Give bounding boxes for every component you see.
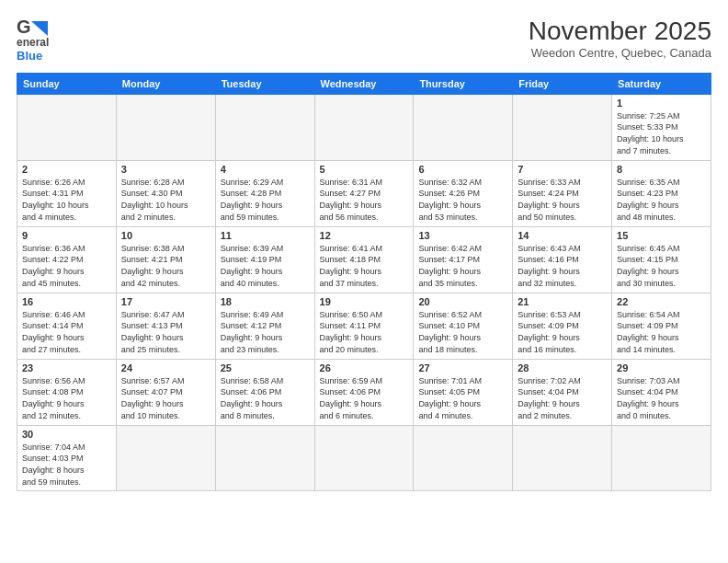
logo: G eneral Blue <box>17 17 49 63</box>
calendar-week-4: 16Sunrise: 6:46 AM Sunset: 4:14 PM Dayli… <box>17 293 711 359</box>
col-wednesday: Wednesday <box>314 73 414 94</box>
day-info: Sunrise: 6:31 AM Sunset: 4:27 PM Dayligh… <box>320 177 409 223</box>
day-number: 4 <box>221 164 310 175</box>
day-info: Sunrise: 6:53 AM Sunset: 4:09 PM Dayligh… <box>518 309 607 355</box>
day-number: 9 <box>22 230 111 241</box>
col-saturday: Saturday <box>612 73 711 94</box>
table-cell: 27Sunrise: 7:01 AM Sunset: 4:05 PM Dayli… <box>414 359 513 425</box>
table-cell <box>17 94 117 160</box>
day-info: Sunrise: 6:45 AM Sunset: 4:15 PM Dayligh… <box>617 243 706 289</box>
day-number: 30 <box>22 429 111 440</box>
day-number: 17 <box>121 296 210 307</box>
table-cell <box>116 425 215 490</box>
logo-g: G <box>17 17 31 38</box>
day-number: 24 <box>121 362 210 373</box>
table-cell <box>215 425 314 490</box>
day-number: 6 <box>418 164 507 175</box>
day-info: Sunrise: 6:46 AM Sunset: 4:14 PM Dayligh… <box>22 309 111 355</box>
day-info: Sunrise: 6:49 AM Sunset: 4:12 PM Dayligh… <box>221 309 310 355</box>
table-cell: 24Sunrise: 6:57 AM Sunset: 4:07 PM Dayli… <box>116 359 215 425</box>
day-info: Sunrise: 6:39 AM Sunset: 4:19 PM Dayligh… <box>221 243 310 289</box>
logo-general-text: eneral <box>17 37 49 50</box>
table-cell: 17Sunrise: 6:47 AM Sunset: 4:13 PM Dayli… <box>116 293 215 359</box>
day-info: Sunrise: 7:01 AM Sunset: 4:05 PM Dayligh… <box>418 375 507 421</box>
day-number: 23 <box>22 362 111 373</box>
col-monday: Monday <box>116 73 215 94</box>
day-number: 3 <box>121 164 210 175</box>
col-sunday: Sunday <box>17 73 117 94</box>
table-cell <box>314 94 414 160</box>
day-info: Sunrise: 6:32 AM Sunset: 4:26 PM Dayligh… <box>418 177 507 223</box>
day-number: 14 <box>518 230 607 241</box>
day-number: 27 <box>418 362 507 373</box>
calendar-header-row: Sunday Monday Tuesday Wednesday Thursday… <box>17 73 711 94</box>
day-info: Sunrise: 7:02 AM Sunset: 4:04 PM Dayligh… <box>518 375 607 421</box>
day-number: 11 <box>221 230 310 241</box>
header: G eneral Blue November 2025 Weedon Centr… <box>17 17 711 63</box>
day-info: Sunrise: 6:35 AM Sunset: 4:23 PM Dayligh… <box>617 177 706 223</box>
table-cell: 11Sunrise: 6:39 AM Sunset: 4:19 PM Dayli… <box>215 226 314 293</box>
month-title: November 2025 <box>529 17 711 46</box>
day-info: Sunrise: 6:42 AM Sunset: 4:17 PM Dayligh… <box>418 243 507 289</box>
day-number: 26 <box>320 362 409 373</box>
day-number: 8 <box>617 164 706 175</box>
table-cell: 8Sunrise: 6:35 AM Sunset: 4:23 PM Daylig… <box>612 160 711 226</box>
table-cell <box>215 94 314 160</box>
day-info: Sunrise: 6:54 AM Sunset: 4:09 PM Dayligh… <box>617 309 706 355</box>
day-number: 5 <box>320 164 409 175</box>
day-number: 25 <box>221 362 310 373</box>
table-cell: 22Sunrise: 6:54 AM Sunset: 4:09 PM Dayli… <box>612 293 711 359</box>
logo-blue-text: Blue <box>17 50 49 63</box>
day-info: Sunrise: 6:57 AM Sunset: 4:07 PM Dayligh… <box>121 375 210 421</box>
table-cell <box>513 425 612 490</box>
table-cell: 23Sunrise: 6:56 AM Sunset: 4:08 PM Dayli… <box>17 359 117 425</box>
calendar-week-6: 30Sunrise: 7:04 AM Sunset: 4:03 PM Dayli… <box>17 425 711 490</box>
day-number: 29 <box>617 362 706 373</box>
day-number: 20 <box>418 296 507 307</box>
calendar-table: Sunday Monday Tuesday Wednesday Thursday… <box>17 73 711 491</box>
table-cell: 12Sunrise: 6:41 AM Sunset: 4:18 PM Dayli… <box>314 226 414 293</box>
day-info: Sunrise: 7:04 AM Sunset: 4:03 PM Dayligh… <box>22 442 111 488</box>
day-number: 1 <box>617 98 706 109</box>
svg-marker-0 <box>31 21 48 36</box>
day-info: Sunrise: 7:25 AM Sunset: 5:33 PM Dayligh… <box>617 110 706 156</box>
table-cell: 2Sunrise: 6:26 AM Sunset: 4:31 PM Daylig… <box>17 160 117 226</box>
table-cell: 29Sunrise: 7:03 AM Sunset: 4:04 PM Dayli… <box>612 359 711 425</box>
day-info: Sunrise: 7:03 AM Sunset: 4:04 PM Dayligh… <box>617 375 706 421</box>
day-number: 18 <box>221 296 310 307</box>
day-info: Sunrise: 6:59 AM Sunset: 4:06 PM Dayligh… <box>320 375 409 421</box>
day-info: Sunrise: 6:50 AM Sunset: 4:11 PM Dayligh… <box>320 309 409 355</box>
day-number: 13 <box>418 230 507 241</box>
table-cell: 14Sunrise: 6:43 AM Sunset: 4:16 PM Dayli… <box>513 226 612 293</box>
table-cell: 13Sunrise: 6:42 AM Sunset: 4:17 PM Dayli… <box>414 226 513 293</box>
table-cell: 4Sunrise: 6:29 AM Sunset: 4:28 PM Daylig… <box>215 160 314 226</box>
day-number: 19 <box>320 296 409 307</box>
table-cell: 28Sunrise: 7:02 AM Sunset: 4:04 PM Dayli… <box>513 359 612 425</box>
table-cell: 20Sunrise: 6:52 AM Sunset: 4:10 PM Dayli… <box>414 293 513 359</box>
table-cell: 30Sunrise: 7:04 AM Sunset: 4:03 PM Dayli… <box>17 425 117 490</box>
table-cell: 19Sunrise: 6:50 AM Sunset: 4:11 PM Dayli… <box>314 293 414 359</box>
day-number: 10 <box>121 230 210 241</box>
calendar-week-1: 1Sunrise: 7:25 AM Sunset: 5:33 PM Daylig… <box>17 94 711 160</box>
day-info: Sunrise: 6:56 AM Sunset: 4:08 PM Dayligh… <box>22 375 111 421</box>
col-friday: Friday <box>513 73 612 94</box>
day-number: 12 <box>320 230 409 241</box>
logo-triangle <box>31 21 48 36</box>
calendar-week-5: 23Sunrise: 6:56 AM Sunset: 4:08 PM Dayli… <box>17 359 711 425</box>
table-cell <box>513 94 612 160</box>
table-cell <box>116 94 215 160</box>
table-cell: 21Sunrise: 6:53 AM Sunset: 4:09 PM Dayli… <box>513 293 612 359</box>
table-cell <box>414 94 513 160</box>
table-cell <box>414 425 513 490</box>
col-thursday: Thursday <box>414 73 513 94</box>
day-number: 21 <box>518 296 607 307</box>
day-number: 15 <box>617 230 706 241</box>
table-cell: 26Sunrise: 6:59 AM Sunset: 4:06 PM Dayli… <box>314 359 414 425</box>
day-number: 22 <box>617 296 706 307</box>
table-cell: 16Sunrise: 6:46 AM Sunset: 4:14 PM Dayli… <box>17 293 117 359</box>
table-cell: 3Sunrise: 6:28 AM Sunset: 4:30 PM Daylig… <box>116 160 215 226</box>
calendar-week-2: 2Sunrise: 6:26 AM Sunset: 4:31 PM Daylig… <box>17 160 711 226</box>
day-number: 7 <box>518 164 607 175</box>
day-info: Sunrise: 6:43 AM Sunset: 4:16 PM Dayligh… <box>518 243 607 289</box>
title-block: November 2025 Weedon Centre, Quebec, Can… <box>529 17 711 60</box>
